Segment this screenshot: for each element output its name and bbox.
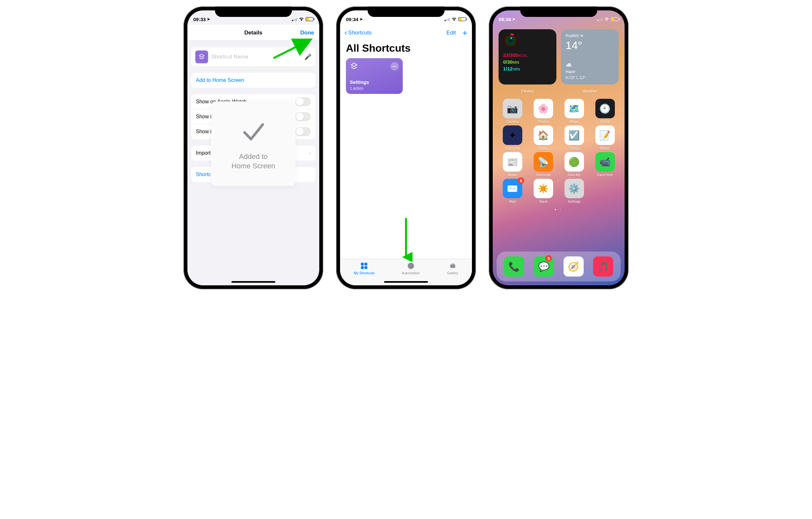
add-button[interactable]: + <box>463 28 467 38</box>
edit-button[interactable]: Edit <box>446 30 456 36</box>
svg-point-6 <box>408 263 414 269</box>
screen-home: 09:34 ➤ 23/300KCAL 0/30MIN 1/12HRS <box>493 10 625 285</box>
app-grid: 📷Camera🌸Photos🗺️Maps🕙Clock✦Shortcuts🏠Hom… <box>493 96 625 206</box>
back-button[interactable]: ‹ Shortcuts <box>345 29 372 37</box>
app-label: Find My <box>568 173 580 177</box>
dock-app-safari[interactable]: 🧭 <box>563 256 584 277</box>
app-label: Slack <box>539 199 548 203</box>
dock-app-messages[interactable]: 💬5 <box>534 256 554 277</box>
chevron-right-icon: › <box>309 150 311 157</box>
app-news[interactable]: 📰News <box>499 152 526 177</box>
app-icon: 🧭 <box>563 256 584 277</box>
location-icon: ➤ <box>580 33 584 38</box>
check-icon <box>239 116 268 145</box>
toggle-switch[interactable] <box>295 97 311 106</box>
battery-icon <box>306 17 313 21</box>
app-label: Photos <box>538 119 549 124</box>
mic-icon[interactable]: 🎤 <box>304 53 312 60</box>
fitness-widget[interactable]: 23/300KCAL 0/30MIN 1/12HRS <box>499 29 556 84</box>
app-icon: 📰 <box>503 152 522 171</box>
gallery-icon <box>448 262 457 270</box>
app-icon: ✦ <box>503 126 522 145</box>
app-photos[interactable]: 🌸Photos <box>529 99 557 124</box>
notch <box>215 6 292 17</box>
toggle-switch[interactable] <box>295 112 311 121</box>
app-shortcuts[interactable]: ✦Shortcuts <box>499 126 526 150</box>
layers-icon <box>350 62 358 71</box>
details-header: Details Done <box>187 25 319 41</box>
status-time: 09:34 <box>499 17 511 22</box>
add-to-home-button[interactable]: Add to Home Screen <box>191 73 315 88</box>
done-button[interactable]: Done <box>300 30 314 36</box>
dock: 📞💬5🧭🎵 <box>497 251 621 281</box>
app-clock[interactable]: 🕙Clock <box>591 99 619 124</box>
app-settings[interactable]: ⚙️Settings <box>560 179 588 203</box>
app-maps[interactable]: 🗺️Maps <box>560 99 588 124</box>
tab-gallery[interactable]: Gallery <box>447 262 458 285</box>
toggle-switch[interactable] <box>295 127 311 136</box>
wifi-icon <box>604 17 609 21</box>
app-facetime[interactable]: 📹FaceTime <box>591 152 619 177</box>
app-label: News <box>508 173 517 177</box>
screen-shortcuts: 09:34 ➤ ‹ Shortcuts Edit + All Shortcuts <box>340 10 472 285</box>
svg-rect-4 <box>361 266 364 269</box>
app-label: Mail <box>509 199 516 203</box>
tab-my-shortcuts[interactable]: My Shortcuts <box>354 262 375 285</box>
annotation-arrow <box>400 216 412 262</box>
wifi-icon <box>299 17 304 21</box>
notch <box>368 6 445 17</box>
grid-icon <box>360 262 368 270</box>
home-indicator[interactable] <box>384 281 428 283</box>
app-home[interactable]: 🏠Home <box>529 126 557 150</box>
app-icon: 📝 <box>596 126 615 145</box>
activity-rings-icon <box>503 33 518 48</box>
svg-rect-7 <box>450 265 455 268</box>
app-label: Things <box>569 146 579 150</box>
app-overcast[interactable]: 📡Overcast <box>529 152 557 177</box>
app-icon: 🌸 <box>534 99 553 118</box>
app-camera[interactable]: 📷Camera <box>499 99 526 124</box>
app-notes[interactable]: 📝Notes <box>591 126 619 150</box>
phone-frame-3: 09:34 ➤ 23/300KCAL 0/30MIN 1/12HRS <box>489 6 629 289</box>
status-time: 09:34 <box>346 17 358 22</box>
badge: 5 <box>518 177 524 184</box>
shortcut-tile-settings[interactable]: ••• Settings 1 action <box>346 58 403 94</box>
app-icon: 📡 <box>534 152 553 171</box>
name-group: Shortcut Name 🎤 <box>191 48 315 66</box>
page-indicator[interactable]: ● ○ <box>493 208 625 211</box>
shortcut-name-input[interactable]: Shortcut Name <box>211 54 301 60</box>
shortcut-icon[interactable] <box>195 50 208 63</box>
app-label: Settings <box>568 199 581 203</box>
widget-row: 23/300KCAL 0/30MIN 1/12HRS Radlett ➤ 14°… <box>493 25 625 89</box>
dock-app-phone[interactable]: 📞 <box>504 256 524 277</box>
nav-bar: ‹ Shortcuts Edit + <box>340 25 472 41</box>
header-title: Details <box>244 30 262 36</box>
app-label: Camera <box>506 119 519 124</box>
signal-icon <box>445 18 450 21</box>
wifi-icon <box>452 17 457 21</box>
app-icon: 🗺️ <box>564 99 584 118</box>
svg-rect-2 <box>361 263 364 266</box>
location-icon: ➤ <box>207 17 210 22</box>
phone-frame-2: 09:34 ➤ ‹ Shortcuts Edit + All Shortcuts <box>336 6 476 289</box>
app-icon: 🎵 <box>593 256 613 277</box>
signal-icon <box>292 18 297 21</box>
app-icon: ⚙️ <box>564 179 584 198</box>
app-things[interactable]: ☑️Things <box>560 126 588 150</box>
app-label: Home <box>539 146 548 150</box>
app-find-my[interactable]: 🟢Find My <box>560 152 588 177</box>
svg-rect-8 <box>451 263 455 264</box>
app-label: FaceTime <box>597 173 613 177</box>
dock-app-music[interactable]: 🎵 <box>593 256 613 277</box>
app-slack[interactable]: ✴️Slack <box>529 179 557 203</box>
app-label: Maps <box>570 119 578 124</box>
home-indicator[interactable] <box>232 281 276 283</box>
app-label: Notes <box>600 146 610 150</box>
shortcut-name-row[interactable]: Shortcut Name 🎤 <box>191 48 315 66</box>
svg-rect-5 <box>365 266 367 269</box>
app-mail[interactable]: ✉️Mail5 <box>499 179 526 203</box>
app-icon: 📞 <box>504 256 524 277</box>
weather-widget[interactable]: Radlett ➤ 14° ☁️ Haze H:23° L:12° <box>561 29 619 84</box>
tile-menu-button[interactable]: ••• <box>390 62 399 71</box>
chevron-left-icon: ‹ <box>345 29 347 37</box>
